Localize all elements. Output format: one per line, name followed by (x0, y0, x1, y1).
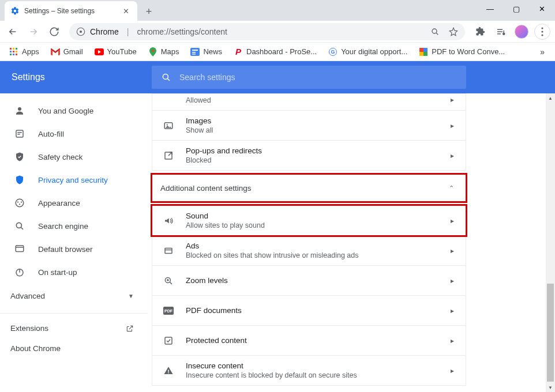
sidebar-item-search-engine[interactable]: Search engine (0, 214, 148, 238)
svg-point-2 (432, 29, 437, 33)
svg-rect-7 (10, 48, 12, 50)
scrollbar-thumb[interactable] (547, 284, 554, 382)
bookmark-news[interactable]: News (186, 45, 227, 59)
browser-titlebar: Settings – Site settings ✕ + — ▢ ✕ (0, 0, 555, 21)
content-row-insecure[interactable]: Insecure content Insecure content is blo… (152, 356, 466, 386)
svg-rect-11 (13, 51, 14, 52)
extensions-button[interactable] (471, 22, 489, 41)
svg-text:G: G (331, 49, 335, 55)
scrollbar-up-button[interactable]: ▲ (546, 93, 555, 103)
settings-search-input[interactable] (179, 73, 457, 82)
bookmark-youtube[interactable]: YouTube (90, 45, 141, 59)
content-row-images[interactable]: Images Show all ▸ (152, 111, 466, 141)
svg-rect-9 (16, 48, 17, 50)
bookmarks-bar: Apps Gmail YouTube Maps News P Dashboard… (0, 43, 555, 61)
new-tab-button[interactable]: + (141, 3, 157, 20)
settings-header: Settings (0, 61, 555, 93)
bookmark-maps[interactable]: Maps (144, 45, 184, 59)
bookmarks-overflow[interactable]: » (534, 45, 550, 59)
youtube-icon (95, 47, 104, 56)
scrollbar[interactable]: ▲ ▼ (546, 93, 555, 392)
sidebar-item-autofill[interactable]: Auto-fill (0, 122, 148, 145)
sidebar-item-appearance[interactable]: Appearance (0, 191, 148, 214)
content-row-ads[interactable]: Ads Blocked on sites that show intrusive… (152, 236, 466, 266)
svg-rect-43 (165, 248, 172, 253)
sidebar-item-privacy-security[interactable]: Privacy and security (0, 168, 148, 191)
bookmark-digital-opport[interactable]: G Your digital opport... (324, 45, 412, 59)
svg-rect-19 (192, 50, 198, 51)
content-row-protected[interactable]: Protected content ▸ (152, 326, 466, 356)
bookmark-star-icon[interactable] (449, 27, 458, 36)
apps-shortcut[interactable]: Apps (5, 45, 44, 59)
svg-point-33 (16, 199, 24, 207)
sidebar-item-on-startup[interactable]: On start-up (0, 261, 148, 284)
popup-icon (163, 150, 174, 161)
additional-content-settings-header[interactable]: Additional content settings ⌃ (152, 174, 466, 202)
svg-rect-8 (13, 48, 14, 50)
bookmark-pdf-word[interactable]: PDF to Word Conve... (414, 45, 509, 59)
sidebar-advanced-toggle[interactable]: Advanced ▼ (0, 284, 148, 308)
svg-point-6 (541, 34, 543, 36)
address-bar[interactable]: Chrome | chrome://settings/content (69, 23, 465, 40)
svg-rect-15 (16, 54, 17, 55)
autofill-icon (14, 129, 25, 139)
images-icon (163, 120, 174, 131)
settings-gear-icon (10, 6, 20, 16)
close-tab-button[interactable]: ✕ (121, 6, 132, 17)
svg-point-41 (167, 124, 168, 125)
chevron-right-icon: ▸ (451, 307, 454, 315)
content-row-pdf[interactable]: PDF PDF documents ▸ (152, 296, 466, 326)
scrollbar-down-button[interactable]: ▼ (546, 383, 555, 392)
browser-tab[interactable]: Settings – Site settings ✕ (5, 1, 137, 21)
search-icon[interactable] (430, 27, 440, 36)
forward-button[interactable] (24, 22, 43, 41)
sidebar-item-you-and-google[interactable]: You and Google (0, 99, 148, 122)
search-icon (161, 72, 171, 82)
news-icon (190, 47, 200, 56)
ads-icon (163, 246, 174, 256)
sound-icon (163, 216, 174, 226)
svg-rect-38 (16, 246, 24, 252)
svg-rect-12 (16, 51, 17, 52)
svg-point-1 (80, 31, 82, 33)
svg-text:PDF: PDF (164, 309, 173, 313)
site-info-icon[interactable] (76, 27, 85, 36)
profile-avatar[interactable] (512, 22, 531, 41)
close-window-button[interactable]: ✕ (529, 0, 555, 17)
svg-rect-13 (10, 54, 12, 55)
settings-sidebar: You and Google Auto-fill Safety check Pr… (0, 93, 148, 392)
sidebar-about-chrome[interactable]: About Chrome (0, 338, 148, 359)
content-row-partial[interactable]: Allowed ▸ (152, 93, 466, 111)
chevron-up-icon: ⌃ (449, 184, 454, 192)
sidebar-extensions[interactable]: Extensions (0, 318, 148, 338)
chrome-menu-button[interactable] (533, 22, 552, 41)
svg-rect-32 (17, 134, 20, 135)
pinterest-icon: P (234, 47, 243, 56)
back-button[interactable] (3, 22, 22, 41)
maximize-button[interactable]: ▢ (503, 0, 529, 17)
bookmark-gmail[interactable]: Gmail (46, 45, 88, 59)
media-control-button[interactable] (492, 22, 510, 41)
chevron-right-icon: ▸ (451, 277, 454, 285)
browser-toolbar: Chrome | chrome://settings/content (0, 21, 555, 43)
svg-point-28 (163, 74, 168, 79)
svg-point-35 (21, 201, 22, 202)
content-row-sound[interactable]: Sound Allow sites to play sound ▸ (152, 205, 466, 236)
apps-grid-icon (9, 47, 18, 56)
sidebar-item-safety-check[interactable]: Safety check (0, 145, 148, 168)
svg-point-29 (18, 107, 21, 111)
gmail-icon (51, 47, 60, 56)
content-row-popups[interactable]: Pop-ups and redirects Blocked ▸ (152, 141, 466, 171)
tab-title: Settings – Site settings (24, 7, 95, 15)
reload-button[interactable] (45, 22, 63, 41)
settings-search[interactable] (152, 66, 466, 89)
pdf-doc-icon: PDF (163, 307, 174, 315)
content-row-zoom[interactable]: Zoom levels ▸ (152, 266, 466, 296)
chevron-right-icon: ▸ (451, 337, 454, 345)
sidebar-item-default-browser[interactable]: Default browser (0, 238, 148, 261)
pdf-icon (419, 47, 428, 56)
power-icon (14, 267, 25, 277)
bookmark-dashboard[interactable]: P Dashboard - ProSe... (229, 45, 321, 59)
svg-point-34 (17, 201, 18, 202)
minimize-button[interactable]: — (477, 0, 503, 17)
